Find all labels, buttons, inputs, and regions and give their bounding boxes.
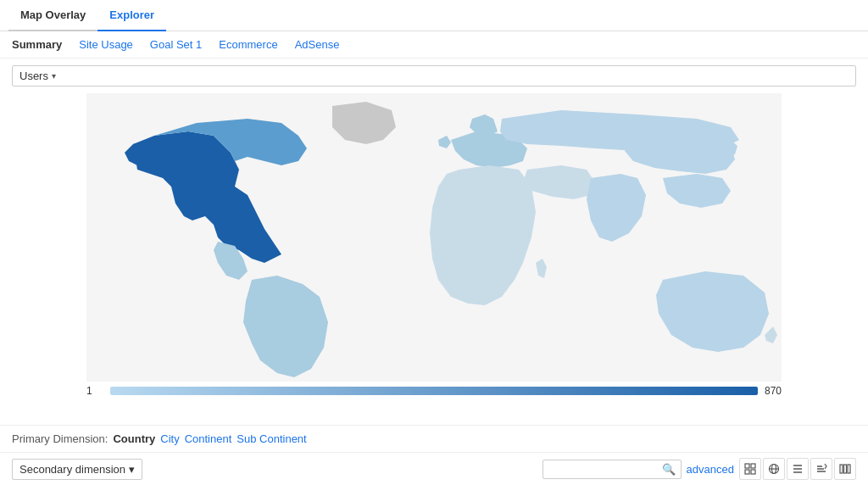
bottom-bar: Secondary dimension ▾ 🔍 advanced xyxy=(0,452,868,485)
svg-rect-1 xyxy=(745,464,749,468)
subnav-site-usage[interactable]: Site Usage xyxy=(79,38,133,51)
svg-rect-14 xyxy=(840,465,843,473)
svg-rect-4 xyxy=(751,470,755,474)
column-view-icon[interactable] xyxy=(834,458,856,480)
secondary-dimension-dropdown[interactable]: Secondary dimension ▾ xyxy=(12,459,142,480)
bottom-right-controls: 🔍 advanced xyxy=(542,458,856,480)
search-box: 🔍 xyxy=(542,460,682,479)
sub-nav: Summary Site Usage Goal Set 1 Ecommerce … xyxy=(0,31,868,59)
subnav-goal-set1[interactable]: Goal Set 1 xyxy=(150,38,202,51)
svg-rect-2 xyxy=(751,464,755,468)
tab-bar: Map Overlay Explorer xyxy=(0,0,868,31)
grid-view-icon[interactable] xyxy=(739,458,761,480)
advanced-link[interactable]: advanced xyxy=(687,463,734,476)
svg-rect-15 xyxy=(844,465,847,473)
world-map xyxy=(86,93,782,382)
scale-min: 1 xyxy=(86,385,103,397)
sort-view-icon[interactable] xyxy=(810,458,832,480)
tab-explorer[interactable]: Explorer xyxy=(97,0,166,31)
metric-dropdown[interactable]: Users ▾ xyxy=(12,65,856,86)
scale-bar: 1 870 xyxy=(86,385,782,397)
dim-subcontinent[interactable]: Sub Continent xyxy=(236,432,306,445)
metric-dropdown-label: Users xyxy=(19,70,48,82)
dim-continent[interactable]: Continent xyxy=(185,432,232,445)
page-wrapper: Map Overlay Explorer Summary Site Usage … xyxy=(0,0,868,485)
chevron-down-icon: ▾ xyxy=(52,71,56,81)
subnav-summary[interactable]: Summary xyxy=(12,38,62,51)
scale-gradient xyxy=(110,387,758,395)
svg-rect-3 xyxy=(745,470,749,474)
dim-city[interactable]: City xyxy=(160,432,179,445)
scale-max: 870 xyxy=(765,385,782,397)
dim-country[interactable]: Country xyxy=(113,432,155,445)
view-icons xyxy=(739,458,856,480)
tab-map-overlay[interactable]: Map Overlay xyxy=(8,0,97,31)
list-view-icon[interactable] xyxy=(787,458,809,480)
subnav-adsense[interactable]: AdSense xyxy=(295,38,340,51)
globe-view-icon[interactable] xyxy=(763,458,785,480)
search-icon: 🔍 xyxy=(662,463,676,476)
chevron-down-icon-secondary: ▾ xyxy=(129,463,135,476)
map-container: 1 870 xyxy=(0,93,868,425)
secondary-dropdown-label: Secondary dimension xyxy=(19,463,125,476)
svg-rect-16 xyxy=(848,465,850,473)
main-content: Users ▾ xyxy=(0,59,868,485)
primary-dim-label: Primary Dimension: xyxy=(12,432,108,445)
primary-dimension: Primary Dimension: Country City Continen… xyxy=(0,425,868,452)
subnav-ecommerce[interactable]: Ecommerce xyxy=(219,38,277,51)
search-input[interactable] xyxy=(548,463,659,475)
